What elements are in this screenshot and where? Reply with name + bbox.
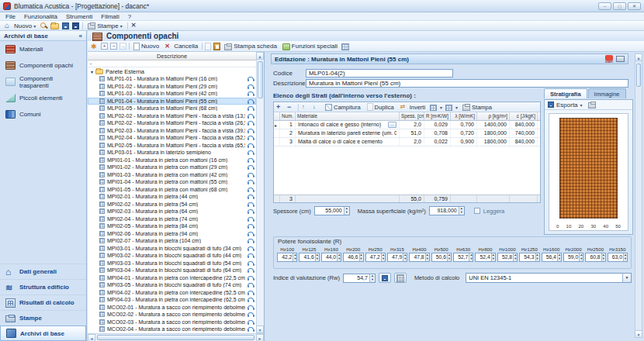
tree-item[interactable]: MPI04-01 - Muratura in pietra con interc… (88, 274, 256, 282)
tree-item[interactable]: MPI02-04 - Muratura in pietra (74 cm) (88, 215, 256, 223)
menu-help[interactable]: ? (128, 13, 131, 20)
tree-item[interactable]: MLP02-05 - Muratura in Mattoni Pieni - f… (88, 142, 256, 150)
frequency-value-field[interactable]: 42,2 (277, 253, 297, 262)
tree-item[interactable]: MPI01-03 - Muratura in pietra con matton… (88, 171, 256, 179)
tree-item[interactable]: MLP02-02 - Muratura in Mattoni Pieni - f… (88, 112, 256, 120)
frequency-value-field[interactable]: 59,0 (563, 253, 583, 262)
chevron-down-icon[interactable] (455, 104, 458, 111)
nuovo-button[interactable]: Nuovo (3, 22, 37, 29)
leggera-checkbox[interactable] (474, 208, 480, 214)
esporta-button[interactable]: Esporta (556, 102, 578, 108)
copy-icon[interactable] (205, 43, 211, 50)
indice-stepper[interactable]: 54,7 (343, 274, 376, 283)
codice-input[interactable]: MLP01-04(2) (306, 69, 453, 78)
chevron-down-icon[interactable] (580, 102, 583, 108)
chevron-down-icon[interactable] (622, 274, 631, 282)
remove-layer-icon[interactable] (287, 103, 295, 111)
spinner[interactable] (459, 207, 464, 215)
spinner[interactable] (359, 253, 363, 261)
tree-item[interactable]: MPI02-01 - Muratura in pietra (44 cm) (88, 193, 256, 201)
tree-column-header[interactable]: Descrizione (88, 52, 256, 60)
move-down-icon[interactable] (313, 103, 320, 111)
nuovo-item-button[interactable]: Nuovo (132, 43, 161, 50)
frequency-value-field[interactable]: 63,0 (608, 253, 628, 262)
tree-vertical-scrollbar[interactable] (256, 52, 264, 333)
tree-item[interactable]: MLP01-02 - Muratura in Mattoni Pieni (29… (88, 83, 256, 91)
duplica-button[interactable]: Duplica (365, 103, 396, 111)
printer-icon[interactable] (588, 102, 596, 108)
tree-item[interactable]: MCO02-02 - Muratura a sacco con riempime… (88, 311, 256, 319)
tree-item[interactable]: MCO02-01 - Muratura a sacco con riempime… (88, 304, 256, 312)
scrollbar-thumb[interactable] (636, 64, 641, 87)
spinner[interactable] (344, 207, 349, 215)
stampa-strati-button[interactable]: Stampa (461, 103, 493, 111)
frequency-value-field[interactable]: 52,7 (453, 253, 473, 262)
collapse-icon[interactable] (79, 33, 82, 40)
tree-item[interactable]: MLP01-01 - Muratura in Mattoni Pieni (16… (88, 75, 256, 83)
frequency-value-field[interactable]: 60,8 (585, 253, 605, 262)
sidebar-item-comuni[interactable]: Comuni (0, 106, 86, 122)
search-tool-icon[interactable] (40, 22, 47, 29)
spinner[interactable] (623, 253, 627, 261)
monitor-icon[interactable] (616, 56, 625, 62)
chevron-down-icon[interactable] (440, 104, 442, 111)
calculator-button[interactable] (394, 273, 407, 283)
stampa-scheda-button[interactable]: Stampa scheda (223, 43, 279, 50)
sidebar-item-componenti-trasparenti[interactable]: Componenti trasparenti (0, 74, 86, 90)
tree-item[interactable]: MPI03-01 - Muratura in blocchi squadrati… (88, 245, 256, 253)
save-all-icon[interactable] (72, 22, 79, 29)
tree-item[interactable]: MLP02-04 - Muratura in Mattoni Pieni - f… (88, 134, 256, 142)
frequency-value-field[interactable]: 47,8 (409, 253, 429, 262)
spinner[interactable] (293, 253, 296, 261)
tools-icon[interactable] (131, 22, 139, 29)
frequency-value-field[interactable]: 44,0 (321, 253, 341, 262)
tree-item[interactable]: MLP01-03 - Muratura in Mattoni Pieni (42… (88, 90, 256, 98)
nav-dati-generali[interactable]: Dati generali (0, 264, 86, 279)
spinner[interactable] (369, 274, 375, 282)
tree-item[interactable]: MPI02-03 - Muratura in pietra (64 cm) (88, 208, 256, 215)
tab-immagine[interactable]: Immagine (588, 88, 626, 98)
paste-icon[interactable] (213, 43, 220, 50)
tree-item[interactable]: MLP02-02 - Muratura in Mattoni Pieni - f… (88, 119, 256, 127)
grid-view-icon[interactable] (430, 105, 437, 111)
save-index-button[interactable] (379, 273, 391, 283)
nav-risultati-di-calcolo[interactable]: Risultati di calcolo (0, 294, 86, 310)
massa-stepper[interactable]: 918,000 (429, 206, 465, 215)
expand-all-icon[interactable] (101, 43, 108, 50)
tree-item[interactable]: MPI04-03 - Muratura in pietra con interc… (88, 296, 256, 304)
frequency-value-field[interactable]: 52,4 (475, 253, 495, 262)
strati-table-row[interactable]: 3 Malta di calce o di calce e cemento 2,… (274, 138, 540, 146)
grid-view-icon[interactable] (445, 105, 452, 111)
ellipsis-button[interactable] (388, 122, 396, 128)
menu-filmati[interactable]: Filmati (101, 13, 119, 20)
tree-item[interactable]: MLP03-01 - Muratura in laterizio semipie… (88, 149, 256, 157)
scroll-down-icon[interactable] (635, 330, 642, 338)
frequency-value-field[interactable]: 52,8 (497, 253, 518, 262)
spinner[interactable] (601, 253, 605, 261)
scroll-up-icon[interactable] (256, 52, 264, 60)
tree-item[interactable]: MPI01-05 - Muratura in pietra con matton… (88, 186, 256, 194)
nav-stampe[interactable]: Stampe (0, 310, 86, 326)
tree-horizontal-scrollbar[interactable] (88, 333, 264, 341)
move-up-icon[interactable] (302, 103, 310, 111)
tree-item[interactable]: MPI03-05 - Muratura in blocchi squadrati… (88, 281, 256, 289)
scroll-right-icon[interactable] (256, 334, 264, 341)
gear-icon[interactable] (91, 43, 99, 50)
strati-table-row[interactable]: 2 Muratura in laterizio pareti esterne (… (274, 129, 540, 138)
tree-item[interactable]: MPI02-07 - Muratura in pietra (104 cm) (88, 237, 256, 245)
spinner[interactable] (557, 253, 561, 261)
tree-item[interactable]: MPI01-01 - Muratura in pietra con matton… (88, 157, 256, 164)
sidebar-item-materiali[interactable]: Materiali (0, 41, 86, 57)
spinner[interactable] (513, 253, 517, 261)
scroll-up-icon[interactable] (635, 53, 642, 61)
spinner[interactable] (381, 253, 385, 261)
scroll-left-icon[interactable] (88, 334, 95, 341)
tree-item[interactable]: MLP01-05 - Muratura in Mattoni Pieni (68… (88, 105, 256, 112)
grid-tool-icon[interactable] (341, 43, 349, 50)
spinner[interactable] (535, 253, 539, 261)
descrizione-input[interactable]: Muratura in Mattoni Pieni (55 cm) (306, 79, 628, 88)
collapse-all-icon[interactable] (110, 43, 117, 50)
inverti-button[interactable]: Inverti (399, 103, 427, 111)
cancella-button[interactable]: Cancella (163, 43, 199, 50)
spessore-stepper[interactable]: 55,000 (314, 206, 350, 215)
